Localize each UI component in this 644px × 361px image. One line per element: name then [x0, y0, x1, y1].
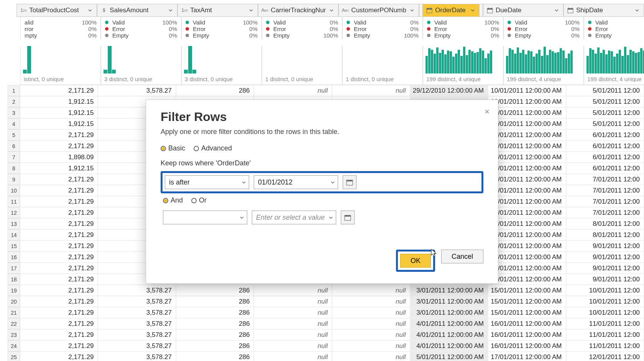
column-header-OrderDate[interactable]: OrderDate: [422, 4, 480, 17]
row-number[interactable]: 8: [8, 163, 20, 174]
cell[interactable]: 3,578.27: [98, 307, 176, 318]
cell[interactable]: null: [332, 85, 410, 96]
cell[interactable]: null: [332, 318, 410, 329]
close-icon[interactable]: ×: [485, 107, 490, 117]
cell[interactable]: 12/01/2011 12:00: [566, 351, 644, 361]
cell[interactable]: 2,171.29: [20, 85, 98, 96]
cell[interactable]: 2,171.29: [20, 229, 98, 240]
cell[interactable]: 10/01/2011 12:00: [566, 285, 644, 296]
cell[interactable]: 3,578.27: [98, 340, 176, 351]
cell[interactable]: 3,578.27: [98, 318, 176, 329]
cell[interactable]: 6/01/2011 12:00: [566, 129, 644, 140]
cell[interactable]: 13/01/2011 12:00:00 AM: [488, 218, 566, 229]
cell[interactable]: 2,171.29: [20, 296, 98, 307]
row-number[interactable]: 23: [8, 329, 20, 340]
cell[interactable]: null: [254, 85, 332, 96]
cell[interactable]: null: [254, 307, 332, 318]
cell[interactable]: 2,171.29: [20, 340, 98, 351]
cell[interactable]: 4/01/2011 12:00:00 AM: [410, 318, 488, 329]
cell[interactable]: null: [254, 351, 332, 361]
cell[interactable]: 1,912.15: [20, 163, 98, 174]
cell[interactable]: 6/01/2011 12:00: [566, 163, 644, 174]
cell[interactable]: 12/01/2011 12:00:00 AM: [488, 207, 566, 218]
cell[interactable]: null: [332, 296, 410, 307]
row-number[interactable]: 17: [8, 263, 20, 274]
cell[interactable]: 2,171.29: [20, 174, 98, 185]
cell[interactable]: 5/01/2011 12:00: [566, 96, 644, 107]
cell[interactable]: 10/01/2011 12:00:00 AM: [488, 118, 566, 129]
cell[interactable]: 5/01/2011 12:00: [566, 107, 644, 118]
cell[interactable]: 2,171.29: [20, 129, 98, 140]
ok-button[interactable]: OK: [400, 254, 431, 268]
row-number[interactable]: 18: [8, 274, 20, 285]
cell[interactable]: null: [332, 307, 410, 318]
column-header-SalesAmount[interactable]: $SalesAmount: [97, 4, 177, 17]
cell[interactable]: 1,912.15: [20, 118, 98, 129]
row-number[interactable]: 7: [8, 152, 20, 163]
row-number[interactable]: 15: [8, 240, 20, 252]
cell[interactable]: 11/01/2011 12:00:00 AM: [488, 163, 566, 174]
cell[interactable]: 286: [176, 307, 254, 318]
chevron-down-icon[interactable]: [553, 7, 560, 14]
cell[interactable]: null: [254, 296, 332, 307]
cell[interactable]: 2,171.29: [20, 318, 98, 329]
cell[interactable]: 14/01/2011 12:00:00 AM: [488, 263, 566, 274]
cell[interactable]: 2,171.29: [20, 307, 98, 318]
column-header-CustomerPONumber[interactable]: ABCCustomerPONumber: [338, 4, 419, 17]
cell[interactable]: 6/01/2011 12:00: [566, 140, 644, 152]
row-number[interactable]: 10: [8, 185, 20, 196]
cell[interactable]: 10/01/2011 12:00: [566, 296, 644, 307]
cell[interactable]: 6/01/2011 12:00: [566, 152, 644, 163]
cell[interactable]: 3,578.27: [98, 351, 176, 361]
cell[interactable]: 11/01/2011 12:00: [566, 318, 644, 329]
row-number[interactable]: 6: [8, 140, 20, 152]
cell[interactable]: 7/01/2011 12:00: [566, 174, 644, 185]
cell[interactable]: 10/01/2011 12:00: [566, 307, 644, 318]
chevron-down-icon[interactable]: [409, 7, 416, 14]
cell[interactable]: 3,578.27: [98, 285, 176, 296]
calendar-icon[interactable]: [343, 175, 356, 189]
cell[interactable]: 10/01/2011 12:00:00 AM: [488, 96, 566, 107]
cell[interactable]: 8/01/2011 12:00: [566, 229, 644, 240]
row-number[interactable]: 21: [8, 307, 20, 318]
cell[interactable]: 11/01/2011 12:00: [566, 329, 644, 340]
row-number[interactable]: 12: [8, 207, 20, 218]
value-input-2[interactable]: Enter or select a value: [252, 211, 336, 224]
cell[interactable]: 2,171.29: [20, 240, 98, 252]
cell[interactable]: 286: [176, 329, 254, 340]
column-header-CarrierTrackingNumber[interactable]: ABCCarrierTrackingNumber: [258, 4, 338, 17]
cell[interactable]: 14/01/2011 12:00:00 AM: [488, 240, 566, 252]
radio-basic[interactable]: [161, 146, 166, 151]
radio-or[interactable]: [191, 198, 197, 203]
cell[interactable]: 1,898.09: [20, 152, 98, 163]
cell[interactable]: 286: [176, 85, 254, 96]
cell[interactable]: 1,912.15: [20, 96, 98, 107]
cell[interactable]: 286: [176, 351, 254, 361]
operator-select-2[interactable]: [163, 211, 247, 224]
chevron-down-icon[interactable]: [167, 7, 174, 14]
radio-advanced[interactable]: [194, 146, 199, 151]
cell[interactable]: 2,171.29: [20, 218, 98, 229]
cell[interactable]: 9/01/2011 12:00: [566, 240, 644, 252]
cell[interactable]: 14/01/2011 12:00:00 AM: [488, 274, 566, 285]
cell[interactable]: 13/01/2011 12:00:00 AM: [488, 229, 566, 240]
cell[interactable]: 7/01/2011 12:00: [566, 207, 644, 218]
cell[interactable]: 15/01/2011 12:00:00 AM: [488, 307, 566, 318]
column-header-DueDate[interactable]: DueDate: [483, 4, 564, 17]
cell[interactable]: 11/01/2011 12:00:00 AM: [488, 140, 566, 152]
cell[interactable]: 7/01/2011 12:00: [566, 196, 644, 207]
cell[interactable]: 5/01/2011 12:00:00 AM: [410, 351, 488, 361]
cell[interactable]: 9/01/2011 12:00: [566, 252, 644, 263]
cell[interactable]: 15/01/2011 12:00:00 AM: [488, 285, 566, 296]
cell[interactable]: 286: [176, 296, 254, 307]
cell[interactable]: 3,578.27: [98, 85, 176, 96]
row-number[interactable]: 24: [8, 340, 20, 351]
cell[interactable]: 10/01/2011 12:00:00 AM: [488, 107, 566, 118]
row-number[interactable]: 5: [8, 129, 20, 140]
row-number[interactable]: 25: [8, 351, 20, 361]
row-number[interactable]: 14: [8, 229, 20, 240]
cell[interactable]: 16/01/2011 12:00:00 AM: [488, 340, 566, 351]
row-number[interactable]: 19: [8, 285, 20, 296]
cell[interactable]: 15/01/2011 12:00:00 AM: [488, 296, 566, 307]
cell[interactable]: 4/01/2011 12:00:00 AM: [410, 329, 488, 340]
